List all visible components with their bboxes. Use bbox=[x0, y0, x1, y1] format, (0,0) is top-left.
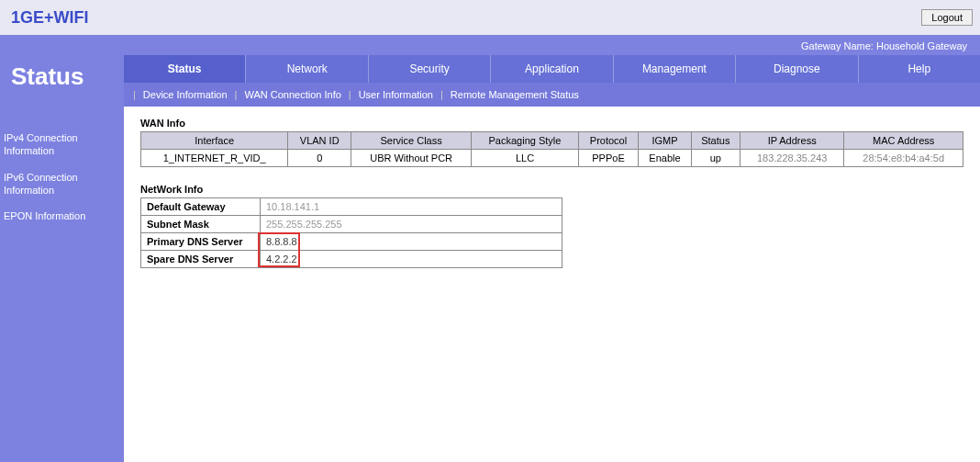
net-label-spare-dns: Spare DNS Server bbox=[141, 251, 261, 268]
wan-td-vlan: 0 bbox=[288, 150, 351, 167]
subtab-user-info[interactable]: User Information bbox=[355, 89, 437, 100]
wan-td-ip: 183.228.35.243 bbox=[740, 150, 843, 167]
separator: | bbox=[235, 89, 238, 100]
wan-td-packaging: LLC bbox=[472, 150, 579, 167]
tab-help[interactable]: Help bbox=[858, 55, 980, 83]
tab-status[interactable]: Status bbox=[124, 55, 245, 83]
wan-th-packaging: Packaging Style bbox=[472, 132, 579, 150]
wan-td-mac: 28:54:e8:b4:a4:5d bbox=[844, 150, 963, 167]
net-val-spare-dns: 4.2.2.2 bbox=[266, 254, 297, 265]
net-label-gateway: Default Gateway bbox=[141, 198, 261, 216]
wan-td-protocol: PPPoE bbox=[578, 150, 638, 167]
wan-header-row: Interface VLAN ID Service Class Packagin… bbox=[141, 132, 963, 150]
net-label-subnet: Subnet Mask bbox=[141, 216, 261, 233]
sidebar: Status IPv4 Connection Information IPv6 … bbox=[0, 55, 124, 462]
tab-application[interactable]: Application bbox=[490, 55, 612, 83]
gateway-name: Gateway Name: Household Gateway bbox=[0, 35, 980, 55]
wan-data-row: 1_INTERNET_R_VID_ 0 UBR Without PCR LLC … bbox=[141, 150, 963, 167]
tab-diagnose[interactable]: Diagnose bbox=[735, 55, 857, 83]
logout-button[interactable]: Logout bbox=[921, 9, 973, 26]
wan-td-igmp: Enable bbox=[639, 150, 691, 167]
wan-td-status: up bbox=[691, 150, 740, 167]
wan-th-protocol: Protocol bbox=[578, 132, 638, 150]
net-val-gateway: 10.18.141.1 bbox=[266, 201, 319, 212]
sidebar-item-ipv4[interactable]: IPv4 Connection Information bbox=[0, 128, 124, 167]
wan-table: Interface VLAN ID Service Class Packagin… bbox=[140, 131, 963, 167]
tab-network[interactable]: Network bbox=[245, 55, 367, 83]
wan-th-status: Status bbox=[691, 132, 740, 150]
wan-td-interface: 1_INTERNET_R_VID_ bbox=[141, 150, 288, 167]
page-title: Status bbox=[0, 55, 124, 102]
sidebar-item-ipv6[interactable]: IPv6 Connection Information bbox=[0, 167, 124, 207]
subtab-wan-conn[interactable]: WAN Connection Info bbox=[240, 89, 344, 100]
separator: | bbox=[349, 89, 351, 100]
separator: | bbox=[133, 89, 136, 100]
wan-th-mac: MAC Address bbox=[844, 132, 963, 150]
sidebar-item-epon[interactable]: EPON Information bbox=[0, 206, 124, 231]
brand: 1GE+WIFI bbox=[11, 8, 89, 28]
wan-th-interface: Interface bbox=[141, 132, 288, 150]
wan-th-vlan: VLAN ID bbox=[288, 132, 351, 150]
tab-security[interactable]: Security bbox=[368, 55, 490, 83]
network-table: Default Gateway 10.18.141.1 Subnet Mask … bbox=[140, 197, 562, 268]
wan-th-igmp: IGMP bbox=[639, 132, 691, 150]
net-label-primary-dns: Primary DNS Server bbox=[141, 233, 261, 251]
wan-th-ip: IP Address bbox=[740, 132, 843, 150]
subtab-device-info[interactable]: Device Information bbox=[139, 89, 231, 100]
subtab-remote-mgmt[interactable]: Remote Management Status bbox=[447, 89, 583, 100]
net-val-primary-dns: 8.8.8.8 bbox=[266, 236, 297, 247]
wan-td-service: UBR Without PCR bbox=[351, 150, 472, 167]
content-body: WAN Info Interface VLAN ID Service Class… bbox=[124, 107, 980, 462]
wan-info-title: WAN Info bbox=[140, 118, 963, 129]
network-info-title: NetWork Info bbox=[140, 184, 963, 195]
wan-th-service: Service Class bbox=[351, 132, 472, 150]
tab-management[interactable]: Management bbox=[613, 55, 735, 83]
subtab-row: | Device Information | WAN Connection In… bbox=[124, 83, 980, 107]
top-bar: 1GE+WIFI Logout bbox=[0, 0, 980, 35]
tab-row: Status Network Security Application Mana… bbox=[124, 55, 980, 83]
net-val-subnet: 255.255.255.255 bbox=[266, 219, 342, 230]
separator: | bbox=[440, 89, 443, 100]
